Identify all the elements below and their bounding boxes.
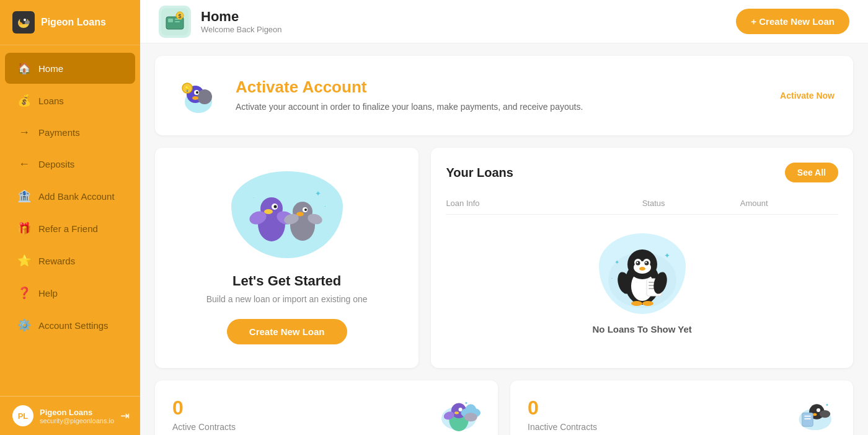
svg-text:✦: ✦ xyxy=(464,401,468,405)
col-status: Status xyxy=(642,199,740,208)
middle-row: ✦ · · Let's Get Started Build a new loan… xyxy=(155,148,853,368)
sidebar-nav: 🏠 Home 💰 Loans → Payments ← Deposits 🏦 A… xyxy=(0,45,140,396)
col-amount: Amount xyxy=(740,199,838,208)
logout-icon[interactable]: ⇥ xyxy=(120,409,130,423)
no-loans-content: ✦ ✦ · No Loans To Show Yet xyxy=(446,215,838,353)
sidebar-item-payments[interactable]: → Payments xyxy=(5,117,135,148)
svg-point-31 xyxy=(304,209,307,211)
logo-area: Pigeon Loans xyxy=(0,0,140,45)
create-new-loan-button[interactable]: + Create New Loan xyxy=(736,9,849,34)
birds-illustration: ✦ · · xyxy=(231,171,343,258)
sidebar-item-account-settings[interactable]: ⚙️ Account Settings xyxy=(5,310,135,341)
svg-point-48 xyxy=(645,262,646,263)
activate-bird-illustration: 💡 xyxy=(174,71,223,120)
settings-icon: ⚙️ xyxy=(17,318,31,332)
refer-icon: 🎁 xyxy=(17,222,31,235)
svg-point-69 xyxy=(464,413,477,421)
payments-icon: → xyxy=(17,126,31,139)
rewards-icon: ⭐ xyxy=(17,254,31,267)
get-started-card: ✦ · · Let's Get Started Build a new loan… xyxy=(155,148,418,368)
loans-icon: 💰 xyxy=(17,94,31,107)
sidebar-item-deposits[interactable]: ← Deposits xyxy=(5,149,135,179)
active-contracts-illustration: ✦ xyxy=(437,395,480,433)
sidebar: Pigeon Loans 🏠 Home 💰 Loans → Payments ←… xyxy=(0,0,140,435)
avatar: PL xyxy=(12,405,33,426)
sidebar-item-loans[interactable]: 💰 Loans xyxy=(5,85,135,116)
svg-point-14 xyxy=(197,89,212,104)
home-icon: 🏠 xyxy=(17,61,31,75)
svg-point-56 xyxy=(631,301,642,306)
svg-rect-9 xyxy=(175,21,180,22)
loans-card: Your Loans See All Loan Info Status Amou… xyxy=(431,148,853,368)
page-title: Home xyxy=(201,9,282,25)
sidebar-label-payments: Payments xyxy=(38,127,80,138)
see-all-button[interactable]: See All xyxy=(785,163,838,182)
inactive-contracts-info: 0 Inactive Contracts xyxy=(528,397,597,432)
svg-text:✦: ✦ xyxy=(664,251,670,260)
svg-point-73 xyxy=(817,408,820,411)
sidebar-label-home: Home xyxy=(38,63,63,74)
sidebar-label-add-bank: Add Bank Account xyxy=(38,191,115,202)
sidebar-label-loans: Loans xyxy=(38,96,64,106)
svg-point-24 xyxy=(273,205,277,209)
footer-email: security@pigeonloans.io xyxy=(40,417,114,424)
svg-point-2 xyxy=(24,19,26,21)
activate-account-banner: 💡 Activate Account Activate your account… xyxy=(155,56,853,135)
sidebar-footer: PL Pigeon Loans security@pigeonloans.io … xyxy=(0,396,140,435)
sidebar-item-rewards[interactable]: ⭐ Rewards xyxy=(5,245,135,276)
activate-description: Activate your account in order to finali… xyxy=(236,101,768,114)
svg-text:✦: ✦ xyxy=(315,189,321,198)
sidebar-label-refer: Refer a Friend xyxy=(38,223,98,234)
svg-point-45 xyxy=(636,261,640,266)
inactive-count: 0 xyxy=(528,397,597,419)
inactive-contracts-illustration: ✦ xyxy=(792,395,836,433)
activate-text-block: Activate Account Activate your account i… xyxy=(236,78,768,114)
main-content: $ Home Welcome Back Pigeon + Create New … xyxy=(140,0,868,435)
loans-title: Your Loans xyxy=(446,166,513,180)
svg-point-16 xyxy=(196,91,198,94)
sidebar-label-account: Account Settings xyxy=(38,320,108,331)
svg-text:✦: ✦ xyxy=(614,259,619,266)
svg-text:·: · xyxy=(611,276,613,281)
svg-point-25 xyxy=(264,209,273,214)
footer-name: Pigeon Loans xyxy=(40,408,114,417)
svg-point-4 xyxy=(19,22,22,25)
loans-table-header: Loan Info Status Amount xyxy=(446,192,838,215)
svg-rect-7 xyxy=(168,19,173,22)
col-loan-info: Loan Info xyxy=(446,199,642,208)
active-count: 0 xyxy=(172,397,236,419)
sidebar-item-help[interactable]: ❓ Help xyxy=(5,277,135,308)
sidebar-label-help: Help xyxy=(38,288,58,298)
get-started-title: Let's Get Started xyxy=(232,273,341,289)
svg-point-46 xyxy=(644,261,649,266)
sidebar-item-home[interactable]: 🏠 Home xyxy=(5,53,135,84)
sidebar-item-refer[interactable]: 🎁 Refer a Friend xyxy=(5,213,135,244)
sidebar-item-add-bank[interactable]: 🏦 Add Bank Account xyxy=(5,181,135,212)
inactive-contracts-card: 0 Inactive Contracts ✦ xyxy=(510,380,853,435)
svg-rect-78 xyxy=(804,418,811,419)
deposits-icon: ← xyxy=(17,158,31,171)
create-loan-card-button[interactable]: Create New Loan xyxy=(227,319,347,344)
topbar: $ Home Welcome Back Pigeon + Create New … xyxy=(140,0,868,43)
svg-rect-77 xyxy=(804,415,811,416)
svg-point-47 xyxy=(636,262,637,263)
topbar-page-icon: $ xyxy=(159,6,191,38)
inactive-label: Inactive Contracts xyxy=(528,422,597,432)
activate-title: Activate Account xyxy=(236,78,768,97)
active-contracts-info: 0 Active Contracts xyxy=(172,397,236,432)
active-label: Active Contracts xyxy=(172,422,236,432)
penguin-illustration: ✦ ✦ · xyxy=(599,233,686,314)
logo-bird-icon xyxy=(12,11,35,34)
bottom-row: 0 Active Contracts ✦ xyxy=(155,380,853,435)
logo-text: Pigeon Loans xyxy=(41,17,106,28)
active-contracts-card: 0 Active Contracts ✦ xyxy=(155,380,498,435)
svg-point-75 xyxy=(820,410,831,417)
topbar-left: $ Home Welcome Back Pigeon xyxy=(159,6,736,38)
get-started-subtitle: Build a new loan or import an existing o… xyxy=(206,294,368,304)
svg-point-65 xyxy=(454,411,459,414)
activate-now-button[interactable]: Activate Now xyxy=(780,91,835,101)
svg-point-17 xyxy=(192,96,198,100)
svg-text:·: · xyxy=(253,195,254,200)
svg-text:✦: ✦ xyxy=(825,402,829,406)
bank-icon: 🏦 xyxy=(17,189,31,203)
